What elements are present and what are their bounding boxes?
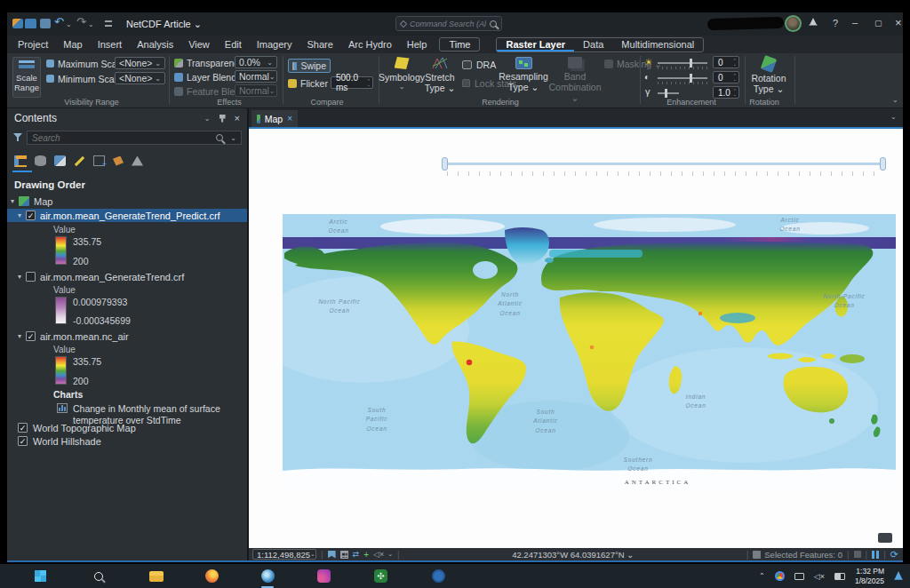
tray-chrome-icon[interactable] xyxy=(775,571,785,581)
statusbar-more-icon[interactable]: ⌄ xyxy=(387,551,393,558)
panel-close-icon[interactable]: × xyxy=(235,113,240,123)
time-slider-end-handle[interactable] xyxy=(880,157,886,171)
taskbar-firefox[interactable] xyxy=(203,567,221,585)
tray-battery-icon[interactable] xyxy=(834,573,845,580)
quick-access-toolbar-icon[interactable] xyxy=(105,20,112,27)
redo-dropdown-icon[interactable]: ⌄ xyxy=(88,20,94,28)
map-canvas[interactable]: Arctic Ocean Arctic Ocean North Pacific … xyxy=(249,129,903,548)
coordinates-display[interactable]: 42.2471303°W 64.0391627°N ⌄ xyxy=(512,550,634,560)
close-button[interactable]: × xyxy=(895,16,902,29)
list-by-charts-icon[interactable] xyxy=(132,156,143,166)
tree-item-layer1[interactable]: ▾ ✓ air.mon.mean_GenerateTrend_Predict.c… xyxy=(7,209,247,222)
contrast-slider[interactable] xyxy=(658,72,707,84)
help-icon[interactable]: ? xyxy=(833,18,838,28)
notifications-bell-icon[interactable] xyxy=(809,18,818,27)
layer1-checkbox[interactable]: ✓ xyxy=(26,211,36,220)
tree-item-layer2[interactable]: ▾ air.mon.mean_GenerateTrend.crf xyxy=(7,270,247,283)
search-input[interactable] xyxy=(32,133,216,143)
tree-item-world-topographic[interactable]: ✓ World Topographic Map xyxy=(7,421,247,434)
dra-label[interactable]: DRA xyxy=(476,60,496,70)
refresh-icon[interactable]: ⟳ xyxy=(890,549,898,560)
taskbar-app-green[interactable]: ✣ xyxy=(371,567,390,585)
tab-raster-layer[interactable]: Raster Layer xyxy=(497,38,574,52)
sync-extent-icon[interactable]: ⇄ xyxy=(353,550,360,559)
lock-view-icon[interactable] xyxy=(854,551,861,558)
tab-map[interactable]: Map xyxy=(63,39,82,50)
attribute-table-icon[interactable] xyxy=(340,551,348,559)
flicker-input[interactable]: 500.0 ms⌃⌄ xyxy=(331,76,373,89)
maximum-scale-select[interactable]: <None>⌄ xyxy=(115,57,165,69)
list-by-editing-icon[interactable] xyxy=(75,155,84,165)
tab-arc-hydro[interactable]: Arc Hydro xyxy=(348,39,392,50)
layer-blend-select[interactable]: Normal⌄ xyxy=(235,70,277,83)
project-title[interactable]: NetCDF Article ⌄ xyxy=(126,19,202,30)
tray-clock[interactable]: 1:32 PM 1/8/2025 xyxy=(855,567,884,585)
contrast-input[interactable]: 0⌃⌄ xyxy=(713,71,739,83)
expand-icon[interactable]: ▾ xyxy=(11,197,14,205)
filter-icon[interactable] xyxy=(13,133,22,141)
view-tabbar-menu-icon[interactable]: ⌄ xyxy=(890,113,897,121)
rotation-type-button[interactable]: Rotation Type ⌄ xyxy=(750,57,787,94)
tab-time[interactable]: Time xyxy=(439,37,480,52)
open-project-icon[interactable] xyxy=(25,19,36,28)
expand-icon[interactable]: ▾ xyxy=(18,211,21,219)
start-button[interactable] xyxy=(31,567,50,585)
tab-insert[interactable]: Insert xyxy=(98,39,123,50)
tree-item-layer3[interactable]: ▾ ✓ air.mon.mean.nc_air xyxy=(7,330,247,343)
mute-sound-icon[interactable]: ◁× xyxy=(373,550,384,559)
maximize-button[interactable]: ▢ xyxy=(874,19,882,28)
tab-multidimensional[interactable]: Multidimensional xyxy=(612,38,703,52)
pause-drawing-icon[interactable] xyxy=(872,551,879,559)
world-hillshade-checkbox[interactable]: ✓ xyxy=(18,436,28,446)
tree-item-map[interactable]: ▾ Map xyxy=(7,195,247,208)
ribbon-collapse-icon[interactable]: ⌄ xyxy=(892,96,898,104)
tab-share[interactable]: Share xyxy=(307,39,333,50)
list-by-data-source-icon[interactable] xyxy=(35,155,46,166)
tab-help[interactable]: Help xyxy=(407,39,427,50)
tray-volume-muted-icon[interactable]: ◁× xyxy=(814,572,825,581)
tab-analysis[interactable]: Analysis xyxy=(137,39,173,50)
list-by-selection-icon[interactable] xyxy=(54,155,66,166)
tray-display-icon[interactable] xyxy=(794,573,804,580)
expand-icon[interactable]: ▾ xyxy=(18,273,21,281)
add-bookmark-icon[interactable] xyxy=(328,551,336,559)
list-by-labeling-icon[interactable] xyxy=(113,156,124,166)
taskbar-app-clock[interactable] xyxy=(429,567,448,585)
panel-menu-icon[interactable]: ⌄ xyxy=(204,115,211,123)
scale-select[interactable]: 1:112,498,825⌄ xyxy=(252,549,316,560)
list-by-drawing-order-icon[interactable] xyxy=(14,155,27,167)
search-options-icon[interactable]: ⌄ xyxy=(230,134,236,142)
tree-item-world-hillshade[interactable]: ✓ World Hillshade xyxy=(7,434,247,448)
brightness-slider[interactable] xyxy=(658,57,707,69)
redo-icon[interactable]: ↷ xyxy=(76,15,86,28)
pin-icon[interactable] xyxy=(220,115,226,123)
list-by-snapping-icon[interactable]: + xyxy=(93,155,105,166)
resampling-type-button[interactable]: Resampling Type ⌄ xyxy=(501,57,546,92)
gamma-input[interactable]: 1.0⌃⌄ xyxy=(713,86,739,99)
save-icon[interactable] xyxy=(40,19,51,28)
time-slider-start-handle[interactable] xyxy=(442,157,448,171)
world-topographic-checkbox[interactable]: ✓ xyxy=(18,423,28,433)
notifications-message-icon[interactable] xyxy=(878,533,892,543)
tray-expand-icon[interactable]: ⌃ xyxy=(759,572,765,580)
brightness-input[interactable]: 0⌃⌄ xyxy=(713,56,739,68)
swipe-button[interactable]: Swipe xyxy=(288,59,331,73)
layer3-checkbox[interactable]: ✓ xyxy=(26,331,36,341)
time-slider[interactable] xyxy=(442,155,886,179)
tray-notification-bell-icon[interactable] xyxy=(894,571,903,581)
add-point-icon[interactable]: + xyxy=(363,550,369,560)
tab-view[interactable]: View xyxy=(188,39,210,50)
layer2-checkbox[interactable] xyxy=(26,272,36,282)
map-tab-close-icon[interactable]: × xyxy=(287,114,292,123)
tab-edit[interactable]: Edit xyxy=(225,39,242,50)
transparency-input[interactable]: 0.0%⌄ xyxy=(235,56,277,68)
taskbar-search[interactable] xyxy=(89,567,108,585)
world-temperature-map[interactable]: Arctic Ocean Arctic Ocean North Pacific … xyxy=(283,214,896,494)
command-search[interactable]: Command Search (Alt+Q) xyxy=(395,16,502,31)
avatar[interactable] xyxy=(785,15,802,32)
new-project-icon[interactable] xyxy=(12,19,23,28)
tab-project[interactable]: Project xyxy=(18,39,48,50)
minimize-button[interactable]: – xyxy=(852,17,858,28)
taskbar-app-purple[interactable] xyxy=(315,567,333,585)
scale-range-button[interactable]: Scale Range xyxy=(12,57,41,98)
